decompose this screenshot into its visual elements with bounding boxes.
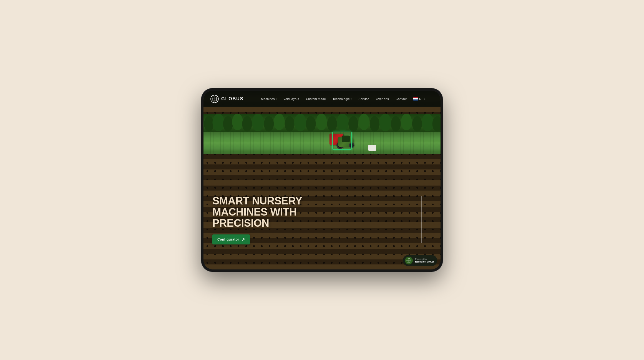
chevron-down-icon: ▾ — [276, 98, 277, 100]
nav-item-technologie[interactable]: Technologie ▾ — [330, 96, 354, 102]
hero-content: SMART NURSERY MACHINES WITH PRECISION Co… — [212, 196, 302, 244]
navbar: GLOBUS Machines ▾ Veld layout Custom mad… — [203, 91, 441, 107]
svg-point-12 — [327, 116, 337, 132]
nav-item-machines[interactable]: Machines ▾ — [258, 96, 280, 102]
machine-detection-box — [332, 132, 352, 150]
svg-point-19 — [401, 114, 412, 130]
svg-point-20 — [412, 116, 422, 132]
svg-point-2 — [223, 116, 233, 132]
logo-area[interactable]: GLOBUS — [210, 94, 243, 103]
svg-point-6 — [264, 116, 274, 132]
svg-point-14 — [348, 116, 358, 132]
chevron-down-icon-lang: ▾ — [424, 98, 425, 100]
small-vehicle — [368, 145, 376, 151]
svg-point-1 — [212, 114, 224, 131]
nav-item-custom[interactable]: Custom made — [303, 96, 329, 102]
nav-language[interactable]: NL ▾ — [411, 96, 428, 102]
svg-point-3 — [232, 114, 243, 130]
tablet-frame: GLOBUS Machines ▾ Veld layout Custom mad… — [201, 88, 443, 272]
svg-point-5 — [252, 114, 264, 131]
svg-point-4 — [242, 116, 252, 132]
tablet-screen: GLOBUS Machines ▾ Veld layout Custom mad… — [203, 91, 441, 269]
svg-point-16 — [370, 116, 379, 132]
arrow-icon: ↗ — [242, 237, 245, 242]
svg-point-0 — [204, 116, 214, 132]
powered-by-badge[interactable]: Powered by Ezendam group — [403, 255, 437, 266]
nav-item-service[interactable]: Service — [356, 96, 372, 102]
logo-icon — [210, 94, 219, 103]
scroll-indicator — [421, 196, 422, 243]
svg-point-11 — [316, 114, 327, 130]
svg-point-15 — [359, 114, 369, 130]
svg-point-7 — [274, 114, 285, 130]
trees-row — [203, 114, 441, 132]
hero-title: SMART NURSERY MACHINES WITH PRECISION — [212, 196, 302, 229]
ezendam-icon — [405, 257, 413, 264]
svg-point-21 — [422, 114, 434, 131]
svg-point-10 — [306, 116, 316, 132]
svg-point-8 — [285, 116, 295, 132]
chevron-down-icon-tech: ▾ — [351, 98, 352, 100]
powered-text: Powered by Ezendam group — [415, 258, 434, 263]
svg-point-17 — [379, 114, 391, 131]
nav-item-contact[interactable]: Contact — [393, 96, 409, 102]
nav-item-veld[interactable]: Veld layout — [281, 96, 302, 102]
green-strip — [203, 132, 441, 154]
configurator-button[interactable]: Configurator ↗ — [212, 234, 250, 244]
logo-text: GLOBUS — [221, 96, 243, 101]
svg-point-18 — [391, 116, 401, 132]
nav-links: Machines ▾ Veld layout Custom made Techn… — [252, 96, 434, 102]
svg-point-13 — [337, 114, 349, 131]
flag-icon — [413, 97, 418, 101]
svg-point-22 — [432, 116, 441, 132]
nav-item-over[interactable]: Over ons — [373, 96, 392, 102]
svg-point-9 — [294, 114, 306, 131]
